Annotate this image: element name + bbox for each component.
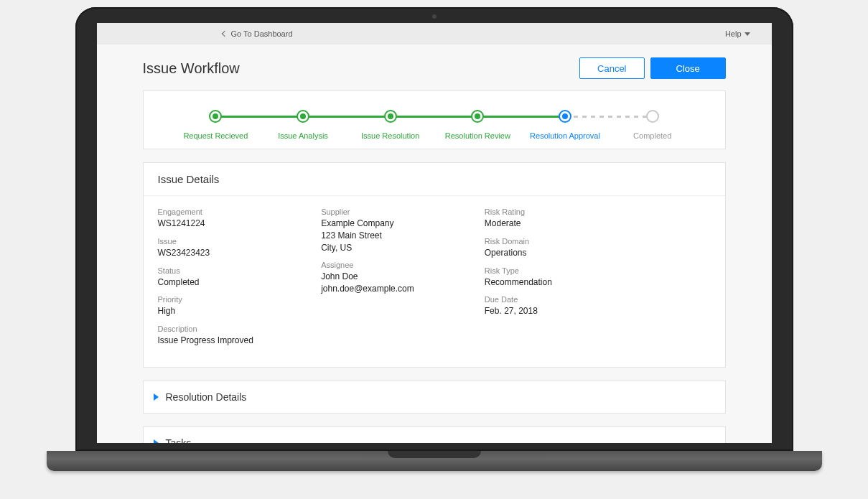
caret-down-icon	[745, 32, 750, 36]
issue-details-body: Engagement WS1241224 Issue WS23423423 St…	[144, 196, 725, 367]
triangle-right-icon	[154, 393, 159, 401]
details-col-3: Risk Rating Moderate Risk Domain Operati…	[485, 207, 641, 354]
connector	[477, 116, 565, 118]
laptop-base	[47, 451, 822, 471]
field-value: Issue Progress Improved	[158, 335, 314, 347]
step-node-icon	[297, 110, 309, 123]
step-node-icon	[646, 110, 659, 123]
assignee-email: john.doe@example.com	[321, 283, 477, 295]
help-label: Help	[725, 29, 742, 38]
close-button[interactable]: Close	[650, 57, 726, 79]
field-label: Priority	[158, 295, 314, 304]
step-node-icon	[384, 110, 397, 123]
screen: Go To Dashboard Help Issue Workflow Canc…	[97, 23, 772, 443]
step-node-icon	[559, 110, 571, 123]
connector	[215, 116, 303, 118]
field-label: Assignee	[321, 261, 477, 269]
field-description: Description Issue Progress Improved	[158, 325, 314, 347]
field-assignee: Assignee John Doe john.doe@example.com	[321, 261, 477, 295]
laptop-bezel: Go To Dashboard Help Issue Workflow Canc…	[75, 7, 793, 451]
details-col-spacer	[648, 207, 710, 354]
laptop-notch	[388, 451, 481, 458]
step-request-received: Request Recieved	[172, 110, 260, 140]
go-to-dashboard-link[interactable]: Go To Dashboard	[223, 29, 293, 38]
details-col-1: Engagement WS1241224 Issue WS23423423 St…	[158, 207, 314, 354]
step-label: Issue Resolution	[361, 131, 419, 140]
tasks-label: Tasks	[166, 437, 192, 443]
field-value: Moderate	[485, 218, 641, 230]
field-label: Description	[158, 325, 314, 333]
workflow-card: Request Recieved Issue Analysis Issue Re…	[143, 90, 726, 149]
step-issue-resolution: Issue Resolution	[347, 110, 434, 140]
help-menu[interactable]: Help	[725, 29, 750, 38]
header-buttons: Cancel Close	[579, 57, 725, 79]
field-engagement: Engagement WS1241224	[158, 207, 314, 230]
step-completed: Completed	[609, 110, 696, 140]
step-label: Request Recieved	[183, 131, 248, 140]
field-risk-rating: Risk Rating Moderate	[485, 207, 641, 230]
connector	[303, 116, 391, 118]
field-priority: Priority High	[158, 295, 314, 317]
step-issue-analysis: Issue Analysis	[259, 110, 347, 140]
step-label: Completed	[633, 131, 671, 140]
field-risk-type: Risk Type Recommendation	[485, 266, 641, 289]
field-value: Recommendation	[485, 276, 641, 289]
field-label: Risk Type	[485, 266, 641, 275]
step-resolution-review: Resolution Review	[434, 110, 522, 140]
field-label: Issue	[158, 237, 314, 246]
camera-dot	[432, 14, 437, 19]
step-node-icon	[209, 110, 222, 123]
resolution-details-toggle[interactable]: Resolution Details	[144, 381, 725, 413]
chevron-left-icon	[221, 31, 227, 37]
top-bar: Go To Dashboard Help	[97, 23, 772, 45]
supplier-line: Example Company	[321, 218, 477, 230]
issue-details-card: Issue Details Engagement WS1241224 Issue…	[143, 162, 726, 368]
page-title: Issue Workflow	[143, 60, 240, 77]
step-label: Resolution Approval	[530, 131, 600, 140]
field-value: WS1241224	[158, 218, 314, 230]
details-col-2: Supplier Example Company 123 Main Street…	[321, 207, 477, 354]
content-area: Issue Workflow Cancel Close Request Reci…	[97, 45, 772, 443]
dashboard-link-label: Go To Dashboard	[231, 29, 293, 38]
resolution-details-section: Resolution Details	[143, 381, 726, 414]
field-label: Risk Rating	[485, 207, 641, 216]
issue-details-title: Issue Details	[144, 163, 725, 196]
field-label: Supplier	[321, 207, 477, 216]
step-label: Resolution Review	[445, 131, 510, 140]
field-value: Feb. 27, 2018	[485, 305, 641, 317]
cancel-button[interactable]: Cancel	[579, 57, 644, 79]
supplier-line: 123 Main Street	[321, 230, 477, 242]
tasks-section: Tasks	[143, 426, 726, 443]
connector	[565, 116, 653, 118]
field-label: Engagement	[158, 207, 314, 216]
field-label: Due Date	[485, 295, 641, 304]
field-value: Example Company 123 Main Street City, US	[321, 218, 477, 253]
supplier-line: City, US	[321, 242, 477, 254]
tasks-toggle[interactable]: Tasks	[144, 427, 725, 443]
page-header: Issue Workflow Cancel Close	[143, 57, 726, 79]
step-resolution-approval: Resolution Approval	[521, 110, 609, 140]
assignee-name: John Doe	[321, 271, 477, 283]
field-supplier: Supplier Example Company 123 Main Street…	[321, 207, 477, 253]
field-risk-domain: Risk Domain Operations	[485, 237, 641, 259]
connector	[391, 116, 478, 118]
field-label: Status	[158, 266, 314, 275]
workflow-steps: Request Recieved Issue Analysis Issue Re…	[172, 110, 696, 140]
laptop-frame: Go To Dashboard Help Issue Workflow Canc…	[47, 7, 822, 471]
triangle-right-icon	[154, 439, 159, 443]
field-value: Completed	[158, 276, 314, 289]
field-issue: Issue WS23423423	[158, 237, 314, 259]
field-status: Status Completed	[158, 266, 314, 289]
resolution-details-label: Resolution Details	[166, 391, 247, 403]
field-value: WS23423423	[158, 247, 314, 259]
step-node-icon	[471, 110, 484, 123]
field-due-date: Due Date Feb. 27, 2018	[485, 295, 641, 317]
step-label: Issue Analysis	[278, 131, 328, 140]
field-value: John Doe john.doe@example.com	[321, 271, 477, 295]
field-value: High	[158, 305, 314, 317]
field-label: Risk Domain	[485, 237, 641, 246]
field-value: Operations	[485, 247, 641, 259]
